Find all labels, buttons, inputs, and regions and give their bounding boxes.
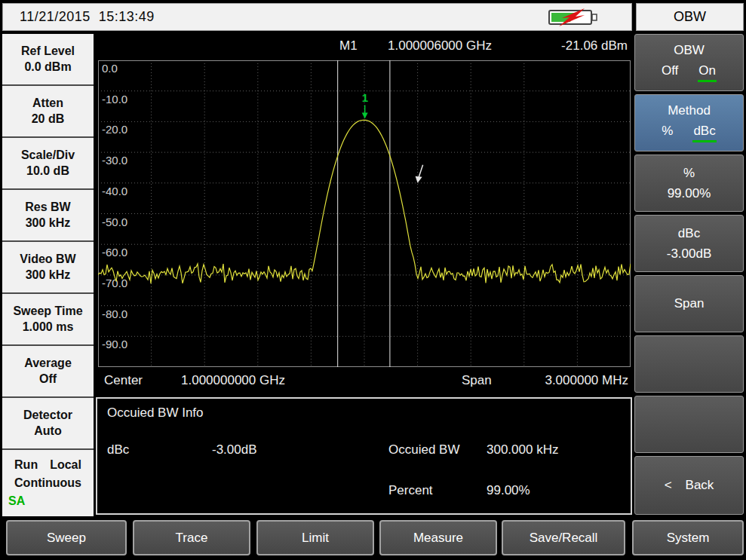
setting-value: 20 dB [32,112,65,126]
obw-info-title: Occuied BW Info [107,405,204,421]
svg-text:-50.0: -50.0 [102,216,127,228]
marker-readout: M1 1.000006000 GHz -21.06 dBm [98,35,631,57]
datetime: 11/21/2015 15:13:49 [20,9,155,25]
spectrum-plot: 0.0-10.0-20.0-30.0-40.0-50.0-60.0-70.0-8… [98,60,631,367]
setting-video-bw: Video BW 300 kHz [2,242,94,294]
bottom-button-limit[interactable]: Limit [256,520,374,555]
softkey-label: Span [674,296,705,311]
setting-ref-level: Ref Level 0.0 dBm [2,34,94,86]
obw-bw-value: 300.000 kHz [487,442,558,457]
sweep-mode: Continuous [7,476,89,490]
svg-text:-10.0: -10.0 [102,93,127,106]
softkey-method-percent-option[interactable]: % [662,124,673,142]
setting-value: 0.0 dBm [24,60,71,74]
softkey-label: OBW [674,43,705,58]
display-area: M1 1.000006000 GHz -21.06 dBm 0.0-10.0-2… [96,34,632,516]
setting-value: 300 kHz [26,268,71,282]
setting-res-bw: Res BW 300 kHz [2,190,94,242]
setting-atten: Atten 20 dB [2,86,94,138]
svg-text:-80.0: -80.0 [102,308,127,320]
softkey-back[interactable]: < Back [634,456,744,515]
softkey-method-toggle[interactable]: Method % dBc [634,94,744,151]
marker-name: M1 [339,38,358,54]
span-value: 3.000000 MHz [545,373,628,388]
back-arrow-icon: < [665,478,672,493]
obw-dbc-value: -3.00dB [212,442,257,457]
run-state-panel: Run Local Continuous SA [2,450,94,516]
svg-text:0.0: 0.0 [102,62,118,75]
setting-label: Res BW [25,200,70,214]
bottom-button-trace[interactable]: Trace [133,520,250,555]
setting-label: Sweep Time [13,304,82,318]
frequency-readout: Center 1.000000000 GHz Span 3.000000 MHz [98,372,631,391]
setting-label: Atten [32,96,63,110]
softkey-value: -3.00dB [667,246,712,262]
svg-text:-30.0: -30.0 [102,154,127,167]
center-label: Center [104,373,143,388]
bottom-button-measure[interactable]: Measure [379,520,497,555]
obw-info-panel: Occuied BW Info dBc -3.00dB Occuied BW 3… [96,397,632,515]
run-state: Run [14,458,38,472]
softkey-label: Method [668,103,711,118]
softkey-label: Back [686,478,714,493]
svg-text:-90.0: -90.0 [102,338,127,350]
obw-dbc-label: dBc [107,442,129,457]
setting-scale-div: Scale/Div 10.0 dB [2,138,94,190]
center-frequency: 1.000000000 GHz [181,373,285,388]
softkey-label: dBc [678,226,700,241]
setting-value: Auto [34,424,61,438]
span-label: Span [462,373,492,388]
softkey-method-dbc-option[interactable]: dBc [692,124,716,142]
softkey-blank-2 [634,396,744,453]
softkey-obw-on-option[interactable]: On [698,63,717,82]
spectrum-analyzer-screen: 11/21/2015 15:13:49 OBW Ref Level 0.0 dB… [0,0,746,560]
obw-percent-value: 99.00% [487,483,530,498]
setting-average: Average Off [2,346,94,398]
softkey-span[interactable]: Span [634,275,744,332]
battery-charging-icon [548,8,601,27]
setting-label: Scale/Div [21,148,75,162]
svg-text:-70.0: -70.0 [102,277,127,289]
status-bar: 11/21/2015 15:13:49 [2,3,632,31]
obw-bw-label: Occuied BW [388,442,459,457]
svg-text:-60.0: -60.0 [102,246,127,259]
app-mode-badge: SA [8,494,89,508]
svg-text:-40.0: -40.0 [102,185,127,197]
setting-label: Detector [23,409,72,422]
bottom-button-system[interactable]: System [632,520,744,555]
softkey-label: % [683,166,695,181]
softkey-value: 99.00% [668,186,711,201]
softkey-dbc[interactable]: dBc -3.00dB [634,215,744,272]
spectrum-plot-svg: 0.0-10.0-20.0-30.0-40.0-50.0-60.0-70.0-8… [98,60,631,367]
svg-text:-20.0: -20.0 [102,123,127,136]
marker-frequency: 1.000006000 GHz [388,38,492,54]
setting-label: Ref Level [21,44,75,58]
setting-value: 300 kHz [26,216,71,230]
softkey-percent[interactable]: % 99.00% [634,155,744,212]
setting-label: Video BW [20,252,75,266]
softkey-blank-1 [634,335,744,393]
setting-value: 10.0 dB [26,164,69,178]
bottom-button-save-recall[interactable]: Save/Recall [502,520,625,555]
bottom-button-sweep[interactable]: Sweep [6,520,127,555]
softkey-obw-off-option[interactable]: Off [662,63,678,82]
obw-percent-label: Percent [388,483,433,498]
setting-sweep-time: Sweep Time 1.000 ms [2,294,94,346]
marker-level: -21.06 dBm [561,38,628,54]
svg-text:1: 1 [362,91,368,104]
settings-panel: Ref Level 0.0 dBm Atten 20 dB Scale/Div … [2,34,94,516]
control-state: Local [50,458,81,472]
softkey-menu-title: OBW [636,3,744,31]
setting-value: 1.000 ms [23,320,74,334]
setting-detector: Detector Auto [2,398,94,450]
softkey-obw-toggle[interactable]: OBW Off On [634,34,744,91]
setting-value: Off [39,372,57,386]
softkey-panel: OBW Off On Method % dBc % 99.00% dBc -3.… [634,34,744,516]
setting-label: Average [24,357,72,370]
